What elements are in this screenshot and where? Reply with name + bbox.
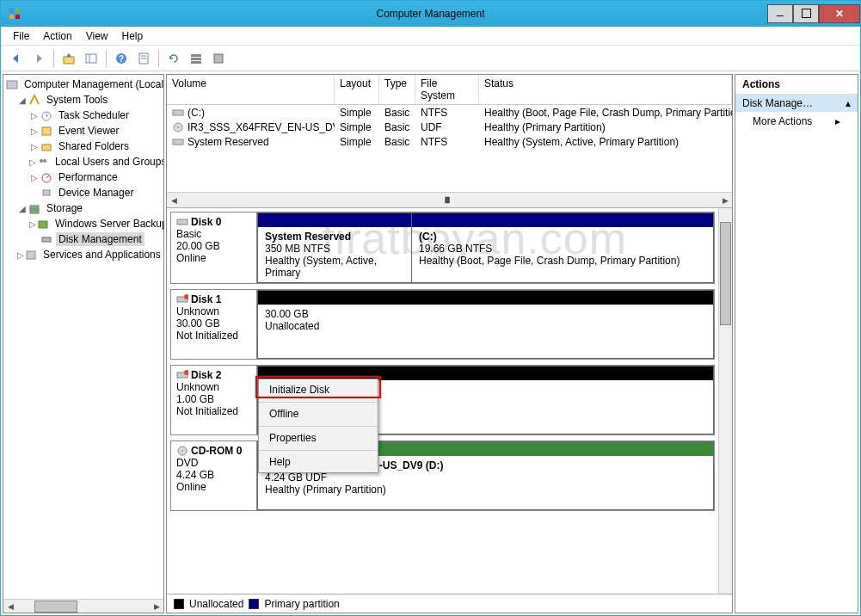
minimize-button[interactable] bbox=[767, 4, 793, 23]
disk-unknown-icon bbox=[176, 369, 188, 381]
svg-rect-2 bbox=[9, 15, 14, 19]
svg-text:?: ? bbox=[119, 54, 124, 64]
tree-performance[interactable]: ▷Performance bbox=[5, 169, 162, 185]
tree-system-tools[interactable]: ◢System Tools bbox=[5, 92, 162, 108]
disk-info[interactable]: Disk 2 Unknown 1.00 GB Not Initialized bbox=[171, 366, 257, 434]
partition-bar bbox=[412, 213, 713, 227]
drive-icon bbox=[172, 136, 184, 148]
svg-line-25 bbox=[46, 176, 49, 178]
partition-bar bbox=[258, 291, 713, 305]
col-filesystem[interactable]: File System bbox=[415, 75, 479, 104]
volume-header[interactable]: Volume Layout Type File System Status bbox=[167, 75, 732, 105]
tree-task-scheduler[interactable]: ▷Task Scheduler bbox=[5, 108, 162, 123]
tree-windows-server-backup[interactable]: ▷Windows Server Backup bbox=[5, 216, 162, 231]
svg-rect-27 bbox=[30, 206, 39, 209]
help-button[interactable]: ? bbox=[111, 48, 132, 69]
disk-list-button[interactable] bbox=[186, 48, 206, 69]
properties-button[interactable] bbox=[133, 48, 154, 69]
tree-shared-folders[interactable]: ▷Shared Folders bbox=[5, 139, 162, 154]
volume-row[interactable]: IR3_SSS_X64FREV_EN-US_DV9 (D:) Simple Ba… bbox=[167, 120, 732, 134]
app-icon bbox=[8, 7, 22, 21]
svg-rect-0 bbox=[9, 9, 14, 13]
disk-info[interactable]: Disk 1 Unknown 30.00 GB Not Initialized bbox=[171, 290, 257, 359]
nav-tree[interactable]: Computer Management (Local ◢System Tools… bbox=[3, 74, 164, 613]
menubar: File Action View Help bbox=[1, 27, 860, 46]
show-hide-tree-button[interactable] bbox=[81, 48, 101, 69]
actions-pane: Actions Disk Manage…▴ More Actions▸ bbox=[735, 74, 858, 613]
up-button[interactable] bbox=[58, 48, 79, 69]
tree-root[interactable]: Computer Management (Local bbox=[5, 77, 162, 92]
menu-file[interactable]: File bbox=[6, 28, 36, 44]
disk-row[interactable]: Disk 0 Basic 20.00 GB Online System Rese… bbox=[170, 212, 715, 284]
disk-vscrollbar[interactable] bbox=[718, 208, 732, 594]
disk-info[interactable]: Disk 0 Basic 20.00 GB Online bbox=[171, 213, 257, 283]
ctx-initialize-disk[interactable]: Initialize Disk bbox=[259, 379, 378, 400]
svg-point-22 bbox=[40, 159, 43, 163]
disk-info[interactable]: CD-ROM 0 DVD 4.24 GB Online bbox=[171, 441, 257, 510]
svg-rect-5 bbox=[86, 54, 96, 63]
settings-button[interactable] bbox=[208, 48, 229, 69]
maximize-button[interactable] bbox=[793, 4, 819, 23]
ctx-offline[interactable]: Offline bbox=[259, 402, 378, 424]
partition-box[interactable]: 30.00 GBUnallocated bbox=[257, 290, 714, 359]
col-status[interactable]: Status bbox=[479, 75, 732, 104]
volume-row[interactable]: (C:) Simple Basic NTFS Healthy (Boot, Pa… bbox=[167, 105, 732, 120]
actions-more[interactable]: More Actions▸ bbox=[735, 112, 858, 131]
menu-view[interactable]: View bbox=[79, 28, 115, 44]
cdrom-icon bbox=[176, 445, 188, 457]
svg-point-23 bbox=[43, 159, 46, 163]
close-button[interactable] bbox=[819, 4, 860, 23]
drive-icon bbox=[172, 107, 184, 119]
tree-hscrollbar[interactable]: ◀▶ bbox=[3, 599, 163, 613]
collapse-icon: ▴ bbox=[846, 97, 851, 109]
tree-local-users[interactable]: ▷Local Users and Groups bbox=[5, 154, 162, 169]
disk-row[interactable]: Disk 2 Unknown 1.00 GB Not Initialized bbox=[170, 365, 715, 435]
menu-action[interactable]: Action bbox=[36, 28, 78, 44]
tree-storage[interactable]: ◢Storage bbox=[5, 200, 162, 216]
col-layout[interactable]: Layout bbox=[335, 75, 379, 104]
disk-unknown-icon bbox=[176, 293, 188, 305]
svg-rect-15 bbox=[214, 54, 223, 63]
disk-graphical-view[interactable]: Disk 0 Basic 20.00 GB Online System Rese… bbox=[167, 208, 732, 594]
disk-row[interactable]: Disk 1 Unknown 30.00 GB Not Initialized … bbox=[170, 289, 715, 360]
disk-row[interactable]: CD-ROM 0 DVD 4.24 GB Online IR3_SSS_X64F… bbox=[170, 440, 715, 511]
tree-services-apps[interactable]: ▷Services and Applications bbox=[5, 247, 162, 262]
legend: Unallocated Primary partition bbox=[167, 594, 732, 613]
ctx-help[interactable]: Help bbox=[259, 450, 378, 472]
disk-icon bbox=[176, 216, 188, 228]
tree-disk-management[interactable]: Disk Management bbox=[5, 231, 162, 247]
svg-rect-35 bbox=[173, 139, 183, 145]
svg-rect-21 bbox=[42, 145, 51, 151]
svg-rect-26 bbox=[43, 190, 50, 195]
refresh-button[interactable] bbox=[163, 48, 184, 69]
col-type[interactable]: Type bbox=[379, 75, 415, 104]
main-panel: firatboyan.com Volume Layout Type File S… bbox=[166, 74, 733, 613]
svg-rect-32 bbox=[173, 110, 183, 115]
svg-rect-28 bbox=[30, 210, 39, 213]
svg-rect-36 bbox=[177, 219, 188, 225]
titlebar[interactable]: Computer Management bbox=[1, 1, 860, 27]
tree-device-manager[interactable]: Device Manager bbox=[5, 185, 162, 200]
ctx-properties[interactable]: Properties bbox=[259, 426, 378, 448]
legend-swatch-unallocated bbox=[174, 599, 184, 609]
partition-bar bbox=[258, 213, 411, 227]
partition-box[interactable]: System Reserved350 MB NTFSHealthy (Syste… bbox=[257, 213, 412, 283]
tree-event-viewer[interactable]: ▷Event Viewer bbox=[5, 123, 162, 139]
forward-button[interactable] bbox=[28, 48, 49, 69]
context-menu: Initialize Disk Offline Properties Help bbox=[258, 379, 378, 473]
back-button[interactable] bbox=[6, 48, 27, 69]
svg-rect-14 bbox=[191, 61, 201, 64]
volume-hscrollbar[interactable]: ◀Ⅲ▶ bbox=[167, 192, 732, 207]
legend-swatch-primary bbox=[249, 599, 259, 609]
chevron-right-icon: ▸ bbox=[835, 115, 840, 127]
svg-rect-12 bbox=[191, 54, 201, 57]
volume-list[interactable]: Volume Layout Type File System Status (C… bbox=[167, 75, 732, 208]
col-volume[interactable]: Volume bbox=[167, 75, 335, 104]
menu-help[interactable]: Help bbox=[115, 28, 151, 44]
actions-selected[interactable]: Disk Manage…▴ bbox=[735, 95, 858, 112]
partition-box[interactable]: (C:)19.66 GB NTFSHealthy (Boot, Page Fil… bbox=[411, 213, 714, 283]
volume-row[interactable]: System Reserved Simple Basic NTFS Health… bbox=[167, 134, 732, 149]
svg-rect-20 bbox=[42, 127, 51, 135]
svg-rect-29 bbox=[39, 221, 47, 228]
svg-rect-31 bbox=[27, 251, 35, 259]
